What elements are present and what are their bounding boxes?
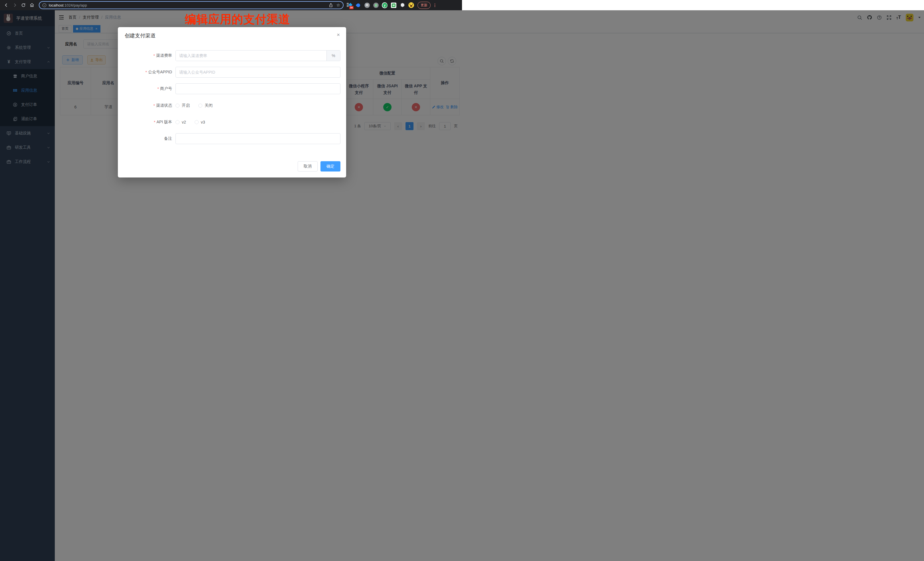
annotation-text: 编辑应用的支付渠道 [185,11,290,27]
address-bar[interactable]: localhost:1024/pay/app ☆ [39,1,344,9]
radio-icon [176,120,180,124]
appid-label: 公众号APPID [148,70,172,75]
url-text: localhost:1024/pay/app [49,3,87,8]
dialog-close-icon[interactable]: × [337,32,340,38]
share-icon[interactable] [329,3,333,8]
field-appid: *公众号APPID [118,67,346,78]
extension-green-dot-icon[interactable] [373,2,379,8]
api-version-label: API 版本 [157,120,172,125]
dialog-footer: 取消 确定 [298,161,340,171]
radio-icon [176,104,180,108]
field-merchant: *商户号 [118,83,346,94]
extension-blue-diamond-icon[interactable]: 10 [346,2,352,8]
extension-balloon-icon[interactable] [355,2,361,8]
confirm-button[interactable]: 确定 [321,161,340,171]
radio-icon [195,120,199,124]
status-radio-on[interactable]: 开启 [176,103,190,108]
api-radio-v3[interactable]: v3 [195,120,205,124]
status-radio-off[interactable]: 关闭 [198,103,213,108]
site-info-icon[interactable] [42,3,46,8]
bookmark-star-icon[interactable]: ☆ [336,3,340,8]
dialog-title: 创建支付渠道 [125,32,156,39]
extension-command-icon[interactable]: ⌘ [364,2,370,8]
extension-puzzle-icon[interactable] [399,2,405,8]
home-icon[interactable] [30,3,34,8]
merchant-label: 商户号 [160,86,172,91]
field-api-version: *API 版本 v2 v3 [118,117,346,128]
remark-input[interactable] [176,133,340,144]
api-radio-v2[interactable]: v2 [176,120,186,124]
field-remark: 备注 [118,133,346,144]
create-channel-dialog: 创建支付渠道 × *渠道费率 % *公众号APPID *商户号 *渠道状态 开启… [118,27,346,177]
back-icon[interactable] [4,3,9,8]
merchant-input[interactable] [176,83,340,94]
rate-label: 渠道费率 [156,53,172,58]
field-status: *渠道状态 开启 关闭 [118,100,346,111]
browser-toolbar: localhost:1024/pay/app ☆ 10 ⌘ y 更新 ⋮ [0,0,462,10]
extension-y-icon[interactable]: y [382,2,387,8]
browser-menu-icon[interactable]: ⋮ [433,3,437,8]
rate-input[interactable] [176,51,327,61]
field-rate: *渠道费率 % [118,50,346,61]
remark-label: 备注 [164,136,172,141]
extension-badge: 10 [349,6,354,9]
cancel-button[interactable]: 取消 [298,161,318,171]
extension-chat-icon[interactable] [391,2,396,8]
reload-icon[interactable] [21,3,26,8]
status-label: 渠道状态 [156,103,172,108]
extension-emoji-face-icon[interactable] [408,2,414,8]
appid-input[interactable] [176,67,340,78]
rate-suffix: % [327,51,340,61]
extensions-row: 10 ⌘ y [346,2,414,8]
browser-update-button[interactable]: 更新 [417,2,430,9]
radio-icon [198,104,202,108]
forward-icon[interactable] [12,3,17,8]
